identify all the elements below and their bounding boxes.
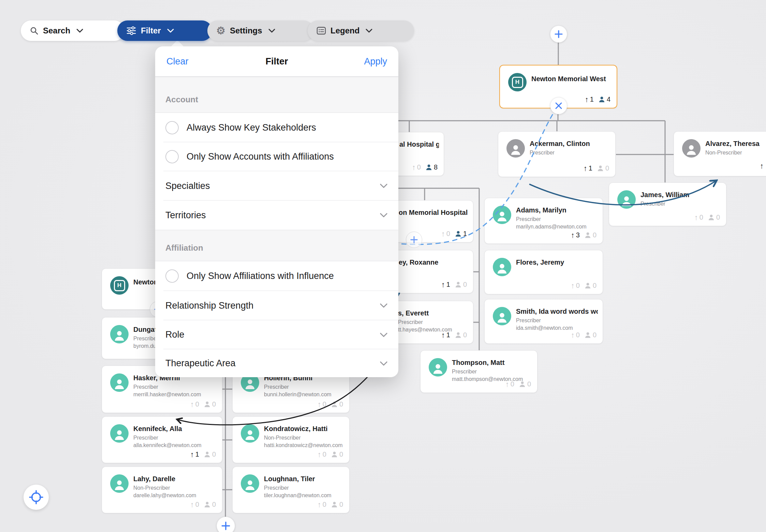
clinician-avatar-icon <box>493 307 511 325</box>
upline-arrow-icon: ↑ <box>585 96 589 103</box>
upline-count: 1 <box>590 95 594 103</box>
filter-panel-title: Filter <box>155 56 398 67</box>
upline-arrow-icon: ↑ <box>441 281 445 289</box>
add-parent-button[interactable] <box>550 26 567 43</box>
card-stats: ↑00 <box>190 400 216 408</box>
card-stats: ↑00 <box>571 282 596 290</box>
apply-button[interactable]: Apply <box>364 56 387 67</box>
card-stats: ↑00 <box>318 501 343 508</box>
radio-circle-icon[interactable] <box>165 269 179 283</box>
filter-panel: Clear Filter Apply AccountAlways Show Ke… <box>155 46 398 377</box>
card-kennifeck-alla[interactable]: Kennifeck, AllaPrescriberalla.kennifeck@… <box>102 416 222 463</box>
collapse-node-button[interactable] <box>550 97 567 114</box>
filter-row-label: Only Show Accounts with Affiliations <box>187 151 334 162</box>
person-count-icon <box>519 381 526 388</box>
card-title: ey, Roxanne <box>399 258 468 266</box>
clinician-avatar-icon <box>110 424 129 443</box>
person-count-icon <box>455 230 462 237</box>
clinician-avatar-icon <box>110 474 129 493</box>
upline-arrow-icon: ↑ <box>190 401 194 408</box>
card-subtitle: Prescriber <box>640 201 721 207</box>
card-title: s, Everett <box>398 309 468 317</box>
card-title: Kondratowicz, Hatti <box>264 425 344 433</box>
expand-node-button[interactable] <box>406 232 422 248</box>
card-ackerman-clinton[interactable]: Ackerman, ClintonPrescriber↑10 <box>498 131 616 177</box>
person-count-icon <box>597 165 604 172</box>
card-adams-marilyn[interactable]: Adams, MarilynPrescribermarilyn.adams@ne… <box>484 198 603 244</box>
upline-count: 0 <box>195 400 199 408</box>
upline-arrow-icon: ↑ <box>505 381 509 388</box>
filter-expander-specialties[interactable]: Specialties <box>155 171 398 201</box>
people-count: 0 <box>212 450 216 458</box>
card-flores-jeremy[interactable]: Flores, Jeremy↑00 <box>484 250 603 294</box>
filter-row-label: Relationship Strength <box>165 300 253 311</box>
card-stats: ↑30 <box>571 231 596 239</box>
card-title: Smith, Ida word words words... <box>516 308 598 315</box>
plus-icon <box>221 521 231 531</box>
person-count-icon <box>708 214 715 221</box>
person-count-icon <box>204 451 211 458</box>
clinician-avatar-icon <box>241 474 259 493</box>
filter-row-label: Territories <box>165 210 206 221</box>
people-count: 0 <box>339 450 343 458</box>
filter-expander-territories[interactable]: Territories <box>155 201 398 230</box>
card-loughnan-tiler[interactable]: Loughnan, TilerPrescribertiler.loughnan@… <box>232 467 350 513</box>
card-stats: ↑10 <box>584 164 609 172</box>
filter-expander-relationship-strength[interactable]: Relationship Strength <box>155 291 398 320</box>
people-count: 4 <box>607 95 610 103</box>
filter-sliders-icon <box>126 26 136 35</box>
legend-label: Legend <box>330 26 359 35</box>
clinician-avatar-icon <box>110 325 129 343</box>
upline-arrow-icon: ↑ <box>318 401 321 408</box>
add-child-button[interactable] <box>217 517 235 532</box>
affiliation-map-canvas[interactable]: HNewton Memorial West↑14al Hospital g...… <box>0 0 766 532</box>
search-button[interactable]: Search <box>21 20 124 41</box>
upline-arrow-icon: ↑ <box>694 214 698 221</box>
card-smith-ida[interactable]: Smith, Ida word words words...Prescriber… <box>484 299 603 344</box>
hospital-icon: H <box>110 276 129 295</box>
card-thompson-matt[interactable]: Thompson, MattPrescribermatt.thompson@ne… <box>420 350 537 393</box>
card-title: al Hospital g... <box>399 141 439 148</box>
upline-count: 0 <box>446 230 450 238</box>
clinician-avatar-icon <box>110 373 129 392</box>
chevron-down-icon <box>167 28 174 33</box>
card-email: ida.smith@newton.com <box>516 325 598 331</box>
card-stats: ↑00 <box>190 501 216 508</box>
card-lahy-darelle[interactable]: Lahy, DarelleNon-Prescriberdarelle.lahy@… <box>102 467 222 513</box>
people-count: 1 <box>463 230 467 238</box>
upline-arrow-icon: ↑ <box>190 501 194 508</box>
chevron-down-icon <box>379 303 388 308</box>
crosshair-icon <box>29 490 44 505</box>
upline-count: 0 <box>323 501 326 508</box>
upline-count: 0 <box>323 450 326 458</box>
clear-button[interactable]: Clear <box>166 56 189 67</box>
filter-radio-only-show-accounts-with-affiliations[interactable]: Only Show Accounts with Affiliations <box>155 142 398 171</box>
recenter-map-button[interactable] <box>24 485 49 510</box>
upline-count: 0 <box>699 213 703 221</box>
radio-circle-icon[interactable] <box>165 150 179 163</box>
filter-expander-role[interactable]: Role <box>155 320 398 349</box>
card-email: marilyn.adams@newton.com <box>516 224 598 230</box>
filter-row-label: Therapeutic Area <box>165 358 236 369</box>
radio-circle-icon[interactable] <box>165 121 179 134</box>
card-kondratowicz-hatti[interactable]: Kondratowicz, HattiNon-Prescriberhatti.k… <box>232 416 350 463</box>
card-james-william[interactable]: James, WilliamPrescriber↑00 <box>609 182 726 226</box>
filter-row-label: Role <box>165 329 185 340</box>
person-count-icon <box>331 501 338 508</box>
plus-icon <box>410 236 418 244</box>
settings-button[interactable]: ⚙︎ Settings <box>207 20 314 41</box>
filter-row-label: Account <box>165 95 198 104</box>
clinician-avatar-icon <box>493 258 511 276</box>
card-title: Lahy, Darelle <box>133 475 217 483</box>
filter-button[interactable]: Filter <box>117 20 212 41</box>
people-count: 0 <box>527 380 531 388</box>
card-alvarez-theresa[interactable]: Alvarez, TheresaNon-Prescriber↑ <box>674 131 766 176</box>
filter-radio-only-show-affiliations-with-influence[interactable]: Only Show Affiliations with Influence <box>155 261 398 291</box>
card-stats: ↑14 <box>585 95 610 103</box>
legend-button[interactable]: Legend <box>308 20 414 41</box>
upline-arrow-icon: ↑ <box>441 331 445 339</box>
upline-count: 0 <box>576 282 580 290</box>
filter-radio-always-show-key-stakeholders[interactable]: Always Show Key Stakeholders <box>155 113 398 142</box>
upline-count: 0 <box>511 380 514 388</box>
filter-expander-therapeutic-area[interactable]: Therapeutic Area <box>155 349 398 377</box>
